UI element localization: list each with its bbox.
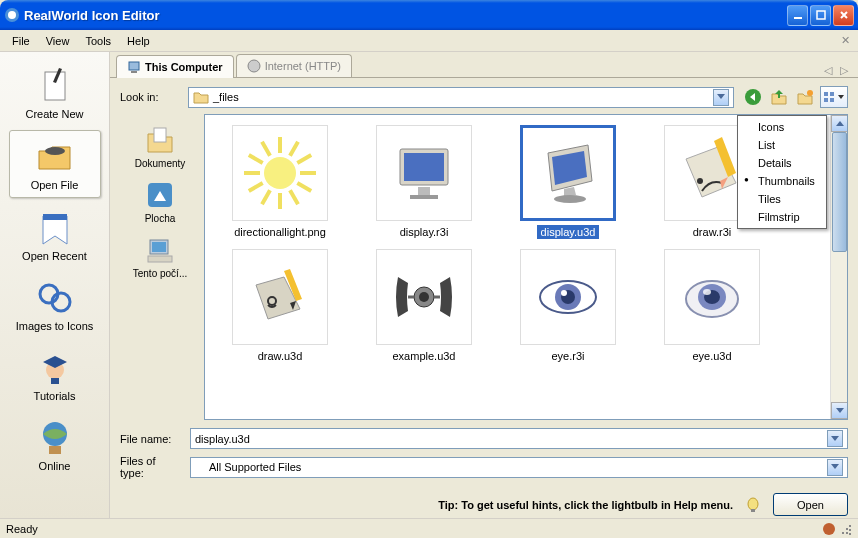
filetype-combo[interactable]: All Supported Files (190, 457, 848, 478)
filename-input[interactable]: display.u3d (190, 428, 848, 449)
svg-line-38 (290, 142, 298, 156)
file-thumb[interactable]: eye.r3i (503, 249, 633, 363)
online-icon (35, 418, 75, 458)
maximize-button[interactable] (810, 5, 831, 26)
thumb-preview (376, 125, 472, 221)
svg-rect-21 (830, 98, 834, 102)
svg-point-48 (419, 292, 429, 302)
view-menu-item[interactable]: Details (740, 154, 824, 172)
view-menu-item[interactable]: List (740, 136, 824, 154)
menu-help[interactable]: Help (119, 33, 158, 49)
file-thumb[interactable]: example.u3d (359, 249, 489, 363)
new-folder-button[interactable] (794, 86, 816, 108)
svg-point-1 (8, 11, 16, 19)
svg-point-44 (554, 195, 586, 203)
tab-internet[interactable]: Internet (HTTP) (236, 54, 352, 77)
back-button[interactable] (742, 86, 764, 108)
view-menu-item[interactable]: Tiles (740, 190, 824, 208)
menu-view[interactable]: View (38, 33, 78, 49)
svg-rect-22 (154, 128, 166, 142)
left-label: Images to Icons (16, 320, 94, 332)
svg-point-5 (45, 147, 65, 155)
view-menu-item[interactable]: Thumbnails (740, 172, 824, 190)
view-menu-item[interactable]: Filmstrip (740, 208, 824, 226)
lightbulb-icon (745, 497, 761, 513)
scroll-down-icon[interactable] (831, 402, 848, 419)
scroll-thumb[interactable] (832, 132, 847, 252)
file-thumb[interactable]: display.u3d (503, 125, 633, 239)
left-open-recent[interactable]: Open Recent (9, 202, 101, 268)
open-button[interactable]: Open (773, 493, 848, 516)
place-plocha[interactable]: Plocha (122, 175, 198, 228)
svg-point-45 (697, 178, 703, 184)
tab-this-computer[interactable]: This Computer (116, 55, 234, 78)
thumb-preview (664, 249, 760, 345)
svg-rect-41 (404, 153, 444, 181)
left-images-to-icons[interactable]: Images to Icons (9, 272, 101, 338)
view-menu: IconsListDetailsThumbnailsTilesFilmstrip (737, 115, 827, 229)
lookin-combo[interactable]: _files (188, 87, 734, 108)
svg-point-59 (748, 498, 758, 510)
place-dokumenty[interactable]: Dokumenty (122, 120, 198, 173)
menu-file[interactable]: File (4, 33, 38, 49)
svg-rect-25 (152, 242, 166, 252)
tabs-row: This Computer Internet (HTTP) ◁ ▷ (110, 52, 858, 78)
tab-label: Internet (HTTP) (265, 60, 341, 72)
svg-rect-19 (824, 98, 828, 102)
place-computer[interactable]: Tento počí... (122, 230, 198, 283)
file-thumb[interactable]: display.r3i (359, 125, 489, 239)
menu-tools[interactable]: Tools (77, 33, 119, 49)
thumb-label: draw.r3i (689, 225, 736, 239)
create-new-icon (35, 66, 75, 106)
resize-grip[interactable] (836, 521, 852, 537)
filetype-value: All Supported Files (195, 461, 827, 473)
svg-rect-18 (824, 92, 828, 96)
open-recent-icon (35, 208, 75, 248)
filename-value: display.u3d (195, 433, 827, 445)
svg-rect-13 (129, 62, 139, 70)
tip-text: Tip: To get useful hints, click the ligh… (438, 499, 733, 511)
svg-rect-60 (751, 509, 755, 512)
tab-nav-left-icon[interactable]: ◁ (820, 64, 836, 77)
left-create-new[interactable]: Create New (9, 60, 101, 126)
svg-point-58 (703, 289, 711, 295)
minimize-button[interactable] (787, 5, 808, 26)
file-thumb[interactable]: draw.u3d (215, 249, 345, 363)
thumb-label: display.r3i (396, 225, 453, 239)
thumb-label: draw.u3d (254, 349, 307, 363)
svg-rect-43 (410, 195, 438, 199)
thumb-preview (520, 249, 616, 345)
computer-icon (127, 60, 141, 74)
dropdown-icon[interactable] (713, 89, 729, 106)
up-button[interactable] (768, 86, 790, 108)
thumb-preview (520, 125, 616, 221)
tab-label: This Computer (145, 61, 223, 73)
places-bar: Dokumenty Plocha Tento počí... (120, 114, 200, 420)
place-label: Plocha (126, 213, 194, 224)
svg-rect-3 (817, 11, 825, 19)
file-thumb[interactable]: directionallight.png (215, 125, 345, 239)
svg-line-32 (262, 190, 270, 204)
open-file-icon (35, 137, 75, 177)
dropdown-icon[interactable] (827, 430, 843, 447)
view-menu-item[interactable]: Icons (740, 118, 824, 136)
view-mode-button[interactable] (820, 86, 848, 108)
status-icon (822, 522, 836, 536)
left-open-file[interactable]: Open File (9, 130, 101, 198)
scroll-up-icon[interactable] (831, 115, 848, 132)
left-online[interactable]: Online (9, 412, 101, 478)
left-tutorials[interactable]: Tutorials (9, 342, 101, 408)
svg-point-61 (823, 523, 835, 535)
window-title: RealWorld Icon Editor (24, 8, 787, 23)
close-button[interactable] (833, 5, 854, 26)
folder-icon (193, 89, 209, 105)
scrollbar-vertical[interactable] (830, 115, 847, 419)
dropdown-icon[interactable] (827, 459, 843, 476)
tab-nav-right-icon[interactable]: ▷ (836, 64, 852, 77)
file-thumb[interactable]: eye.u3d (647, 249, 777, 363)
file-list: directionallight.pngdisplay.r3idisplay.u… (204, 114, 848, 420)
left-label: Create New (25, 108, 83, 120)
pane-close-icon[interactable]: ✕ (837, 34, 854, 47)
svg-point-27 (264, 157, 296, 189)
left-label: Tutorials (34, 390, 76, 402)
